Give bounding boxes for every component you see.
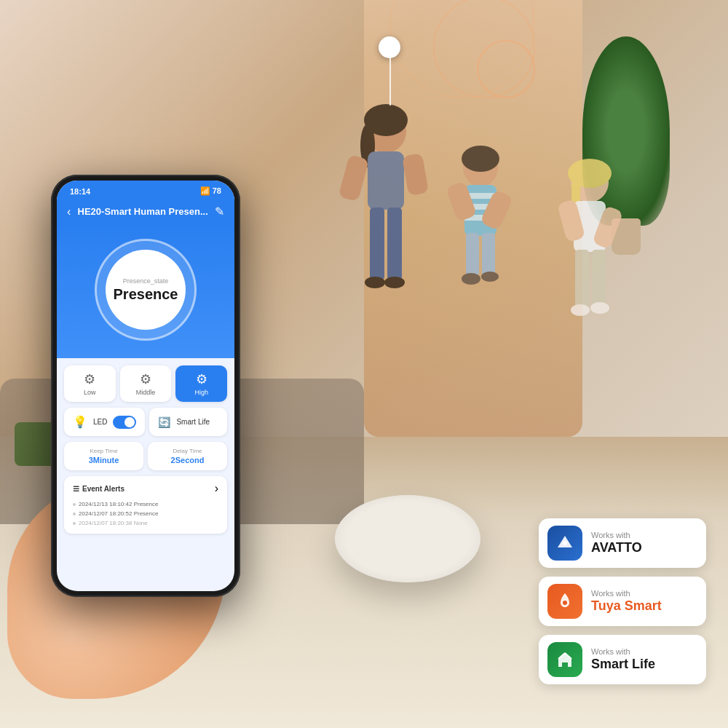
svg-rect-6 <box>338 154 369 202</box>
high-label: High <box>178 389 224 396</box>
event-title: ☰ Event Alerts <box>73 485 124 493</box>
sensitivity-low[interactable]: ⚙ Low <box>64 365 116 402</box>
event-alerts-card: ☰ Event Alerts › 2024/12/13 18:10:42 Pre… <box>64 476 227 534</box>
tuya-brand: Tuya Smart <box>591 598 662 614</box>
wifi-icon: 📶 <box>200 186 210 195</box>
keep-time-card[interactable]: Keep Time 3Minute <box>64 442 143 470</box>
smart-life-card[interactable]: 🔄 Smart Life <box>149 408 227 436</box>
status-bar: 18:14 📶 78 <box>57 181 234 199</box>
phone-container: 18:14 📶 78 ‹ HE20-Smart Human Presen... … <box>22 175 291 684</box>
svg-rect-16 <box>466 233 479 277</box>
app-title: HE20-Smart Human Presen... <box>78 206 208 217</box>
svg-point-32 <box>563 541 567 545</box>
svg-point-20 <box>462 273 480 285</box>
sensitivity-row: ⚙ Low ⚙ Middle ⚙ High <box>64 365 227 402</box>
edit-button[interactable]: ✎ <box>215 205 224 218</box>
svg-rect-4 <box>370 207 384 280</box>
smartlife-icon <box>547 642 582 677</box>
svg-rect-26 <box>575 250 589 308</box>
tuya-icon <box>547 584 582 619</box>
toggle-thumb <box>124 417 135 427</box>
keep-time-value: 3Minute <box>73 456 135 464</box>
smartlife-works-with: Works with <box>591 647 655 657</box>
event-item-1: 2024/12/13 18:10:42 Presence <box>73 499 218 509</box>
high-icon: ⚙ <box>178 371 224 387</box>
time-display: 18:14 <box>70 187 90 196</box>
sensor-wire <box>389 47 391 106</box>
badges-container: Works with AVATTO Works with Tuya Smart … <box>539 518 706 684</box>
smartlife-badge: Works with Smart Life <box>539 635 706 684</box>
presence-state-label: Presence_state <box>123 277 169 285</box>
svg-point-11 <box>462 146 499 172</box>
event-item-3: 2024/12/07 18:20:38 None <box>73 518 218 528</box>
led-bulb-icon: 💡 <box>73 415 87 429</box>
event-item-2: 2024/12/07 18:20:52 Presence <box>73 509 218 518</box>
avatto-text: Works with AVATTO <box>591 531 642 556</box>
status-icons: 📶 78 <box>200 186 221 196</box>
low-icon: ⚙ <box>67 371 113 387</box>
event-dot-3 <box>73 522 76 525</box>
svg-point-9 <box>384 277 405 288</box>
svg-rect-17 <box>482 233 495 277</box>
avatto-badge: Works with AVATTO <box>539 518 706 568</box>
smartlife-text: Works with Smart Life <box>591 647 655 673</box>
keep-time-title: Keep Time <box>73 448 135 454</box>
svg-rect-3 <box>368 151 404 210</box>
event-arrow[interactable]: › <box>215 482 218 495</box>
controls-row: 💡 LED 🔄 Smart Life <box>64 408 227 436</box>
back-button[interactable]: ‹ <box>67 205 71 218</box>
coffee-table <box>335 495 480 582</box>
svg-rect-7 <box>402 153 429 196</box>
app-header: ‹ HE20-Smart Human Presen... ✎ <box>57 199 234 224</box>
avatto-works-with: Works with <box>591 531 642 540</box>
phone-body: 18:14 📶 78 ‹ HE20-Smart Human Presen... … <box>51 175 240 597</box>
led-toggle[interactable] <box>113 416 136 429</box>
tuya-works-with: Works with <box>591 589 662 598</box>
battery-icon: 78 <box>213 186 221 195</box>
smart-life-label: Smart Life <box>176 418 210 426</box>
presence-value: Presence <box>114 286 178 303</box>
phone-screen: 18:14 📶 78 ‹ HE20-Smart Human Presen... … <box>57 181 234 591</box>
led-card: 💡 LED <box>64 408 145 436</box>
tuya-text: Works with Tuya Smart <box>591 589 662 614</box>
avatto-brand: AVATTO <box>591 540 642 556</box>
delay-time-card[interactable]: Delay Time 2Second <box>148 442 227 470</box>
smartlife-brand: Smart Life <box>591 657 655 673</box>
svg-point-30 <box>571 304 590 316</box>
tuya-badge: Works with Tuya Smart <box>539 577 706 626</box>
sensitivity-middle[interactable]: ⚙ Middle <box>120 365 172 402</box>
svg-rect-27 <box>592 250 606 308</box>
presence-section: Presence_state Presence <box>57 224 234 358</box>
svg-point-21 <box>481 272 499 282</box>
event-list-icon: ☰ <box>73 485 79 493</box>
event-dot-1 <box>73 503 76 506</box>
event-dot-2 <box>73 513 76 515</box>
svg-rect-5 <box>387 207 402 280</box>
sensitivity-high[interactable]: ⚙ High <box>175 365 227 402</box>
led-label: LED <box>93 418 107 426</box>
smart-life-icon: 🔄 <box>158 416 170 428</box>
middle-icon: ⚙ <box>123 371 169 387</box>
delay-time-value: 2Second <box>157 456 218 464</box>
event-header: ☰ Event Alerts › <box>73 482 218 495</box>
presence-circle-inner: Presence_state Presence <box>106 250 186 330</box>
middle-label: Middle <box>123 389 169 396</box>
svg-point-31 <box>590 302 609 314</box>
people-scene <box>255 73 655 473</box>
time-row: Keep Time 3Minute Delay Time 2Second <box>64 442 227 470</box>
low-label: Low <box>67 389 113 396</box>
svg-point-8 <box>365 277 385 288</box>
presence-circle-outer: Presence_state Presence <box>95 239 197 341</box>
svg-point-33 <box>563 601 567 605</box>
avatto-icon <box>547 526 582 561</box>
delay-time-title: Delay Time <box>157 448 218 454</box>
app-content: ⚙ Low ⚙ Middle ⚙ High 💡 <box>57 358 234 541</box>
